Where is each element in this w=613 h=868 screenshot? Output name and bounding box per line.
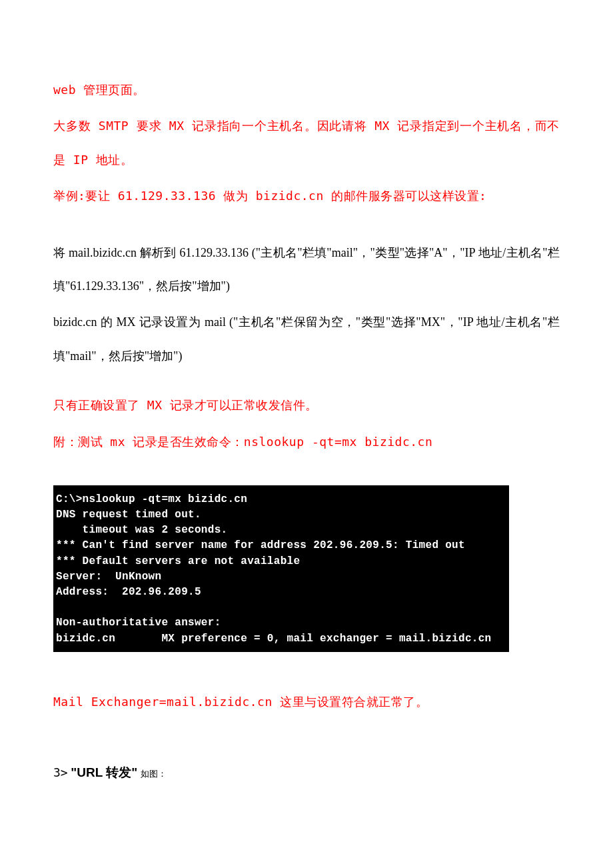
text-mx-record: bizidc.cn 的 MX 记录设置为 mail ("主机名"栏保留为空，"类… <box>53 305 560 373</box>
text-smtp-mx: 大多数 SMTP 要求 MX 记录指向一个主机名。因此请将 MX 记录指定到一个… <box>53 109 560 177</box>
text-mail-exchanger: Mail Exchanger=mail.bizidc.cn 这里与设置符合就正常… <box>53 685 560 719</box>
text-web-admin: web 管理页面。 <box>53 73 560 107</box>
text-a-record: 将 mail.bizidc.cn 解析到 61.129.33.136 ("主机名… <box>53 236 560 303</box>
text-example-intro: 举例:要让 61.129.33.136 做为 bizidc.cn 的邮件服务器可… <box>53 179 560 213</box>
terminal-output: C:\>nslookup -qt=mx bizidc.cn DNS reques… <box>53 485 509 652</box>
section-3-heading: 3> "URL 转发" 如图： <box>53 755 560 790</box>
section-3-title: "URL 转发" <box>71 765 137 779</box>
text-nslookup-cmd: 附：测试 mx 记录是否生效命令：nslookup -qt=mx bizidc.… <box>53 425 560 459</box>
text-mx-required: 只有正确设置了 MX 记录才可以正常收发信件。 <box>53 389 560 422</box>
section-3-number: 3> <box>53 765 68 779</box>
section-3-suffix: 如图： <box>141 769 167 779</box>
